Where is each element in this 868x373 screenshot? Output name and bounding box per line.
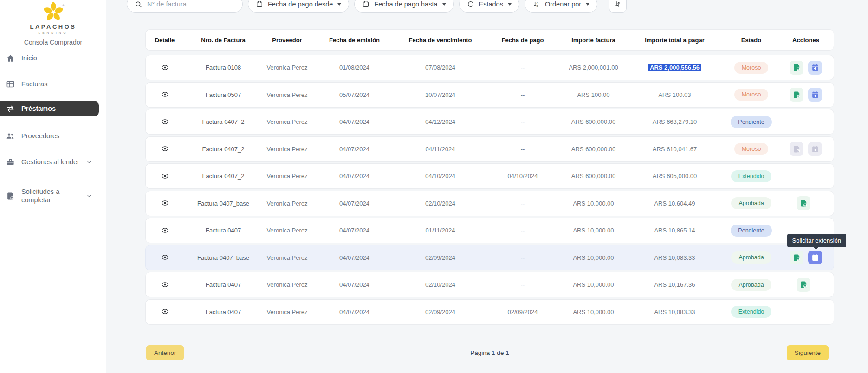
detail-button[interactable] [160,225,170,235]
detail-button[interactable] [160,171,170,181]
providers-people-icon [6,131,15,141]
chevron-down-icon [86,193,92,199]
sidebar-item-solicitudes[interactable]: Solicitudes a completar [0,185,99,207]
request-extension-button[interactable] [808,61,822,75]
due-date: 02/10/2024 [397,200,483,207]
due-date: 04/12/2024 [397,118,483,125]
invoice-rows: Factura 0108 Veronica Perez 01/08/2024 0… [145,55,834,325]
request-loan-button[interactable] [790,88,803,102]
detail-button[interactable] [160,90,170,99]
search-input-wrap[interactable] [127,0,243,13]
issue-date: 05/07/2024 [311,91,397,98]
table-row[interactable]: Factura 0407_2 Veronica Perez 04/07/2024… [145,163,834,189]
detail-button[interactable] [160,144,170,154]
detail-button[interactable] [160,63,170,72]
table-row[interactable]: Factura 0407 Veronica Perez 04/07/2024 0… [145,218,834,243]
invoice-amount: ARS 600,000.00 [562,173,625,180]
issue-date: 04/07/2024 [311,281,397,288]
request-loan-button[interactable] [790,251,803,264]
sidebar: ® LAPACHOS LENDING Consola Comprador Ini… [0,0,106,373]
issue-date: 04/07/2024 [311,118,397,125]
payment-date: -- [483,254,562,261]
calendar-icon [362,0,369,8]
calendar-plus-icon [811,64,819,71]
total-amount: ARS 10,865.14 [654,227,695,234]
request-extension-button[interactable] [808,251,822,264]
invoice-number: Factura 0507 [184,91,263,98]
due-date: 04/10/2024 [397,173,483,180]
lapachos-flower-logo-icon: ® [42,1,65,22]
filter-states[interactable]: Estados [459,0,519,13]
detail-button[interactable] [160,252,170,262]
table-row[interactable]: Factura 0108 Veronica Perez 01/08/2024 0… [145,55,834,80]
table-row[interactable]: Factura 0407_2 Veronica Perez 04/07/2024… [145,109,834,135]
table-row[interactable]: Factura 0407 Veronica Perez 04/07/2024 0… [145,272,834,297]
request-extension-button[interactable] [808,142,822,156]
eye-icon [161,226,169,234]
brand-tagline: LENDING [0,31,106,34]
column-header: Importe factura [562,37,625,44]
search-icon [135,0,143,8]
invoice-amount: ARS 10,000.00 [562,200,625,207]
total-amount: ARS 10,604.49 [654,200,695,207]
due-date: 02/09/2024 [397,254,483,261]
table-row[interactable]: Factura 0407 Veronica Perez 04/07/2024 0… [145,299,834,325]
next-page-button[interactable]: Siguiente [787,345,829,360]
table-row[interactable]: Factura 0407_base Veronica Perez 04/07/2… [145,245,834,270]
provider-name: Veronica Perez [263,309,311,315]
provider-name: Veronica Perez [263,281,311,288]
document-check-icon [793,64,801,71]
invoice-amount: ARS 600,000.00 [562,118,625,125]
sidebar-item-gestiones[interactable]: Gestiones al lender [0,154,99,170]
request-loan-button[interactable] [797,278,810,292]
detail-button[interactable] [160,117,170,127]
provider-name: Veronica Perez [263,254,311,261]
table-row[interactable]: Factura 0407_2 Veronica Perez 04/07/2024… [145,136,834,162]
document-check-icon [800,199,808,207]
total-amount: ARS 2,000,556.56 [648,64,701,71]
provider-name: Veronica Perez [263,146,311,153]
calendar-plus-icon [811,145,819,153]
eye-icon [161,90,169,98]
payment-date: -- [483,118,562,125]
table-row[interactable]: Factura 0407_base Veronica Perez 04/07/2… [145,191,834,216]
sort-direction-button[interactable] [609,0,627,13]
sidebar-item-inicio[interactable]: Inicio [0,50,99,66]
invoice-amount: ARS 10,000.00 [562,227,625,234]
column-header: Proveedor [263,37,311,44]
request-loan-button[interactable] [797,196,810,210]
detail-button[interactable] [160,307,170,316]
status-circle-icon [467,0,474,8]
table-row[interactable]: Factura 0507 Veronica Perez 05/07/2024 1… [145,82,834,108]
detail-button[interactable] [160,198,170,208]
column-header: Detalle [146,37,184,44]
detail-button[interactable] [160,280,170,289]
row-actions: Solicitar extensión [778,251,834,264]
request-loan-button[interactable] [790,142,803,156]
invoice-number: Factura 0407 [184,281,263,288]
extension-tooltip: Solicitar extensión [787,234,847,247]
document-check-icon [793,91,801,99]
sidebar-item-facturas[interactable]: Facturas [0,76,99,92]
provider-name: Veronica Perez [263,227,311,234]
status-badge: Moroso [734,62,769,74]
chevron-down-icon [86,159,92,165]
eye-icon [161,118,169,126]
eye-icon [161,281,169,289]
request-loan-button[interactable] [790,61,803,75]
sidebar-item-prestamos[interactable]: Préstamos [0,101,99,116]
search-input[interactable] [147,0,231,8]
sidebar-item-label: Proveedores [21,132,59,140]
request-extension-button[interactable] [808,88,822,102]
filter-date-to[interactable]: Fecha de pago hasta [354,0,453,13]
provider-name: Veronica Perez [263,200,311,207]
provider-name: Veronica Perez [263,118,311,125]
sort-az-icon: A Z [532,0,540,8]
status-badge: Aprobada [731,279,771,291]
filter-sort-by[interactable]: A Z Ordenar por [525,0,597,13]
due-date: 01/11/2024 [397,227,483,234]
filter-date-from[interactable]: Fecha de pago desde [248,0,349,13]
svg-text:®: ® [62,4,64,7]
row-actions [778,61,834,75]
sidebar-item-proveedores[interactable]: Proveedores [0,128,99,144]
